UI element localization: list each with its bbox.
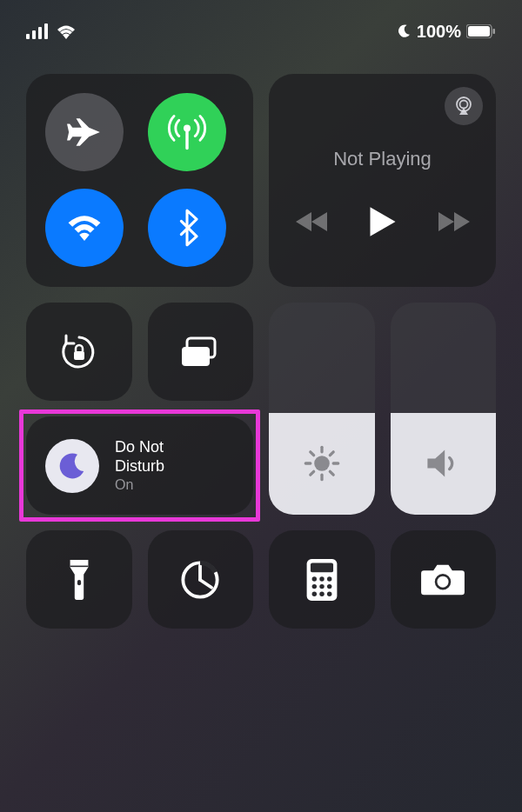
svg-line-21 [330,452,333,456]
next-track-button[interactable] [437,210,470,233]
dnd-title-line1: Do Not [115,438,164,457]
svg-point-28 [319,576,324,581]
volume-icon [424,447,462,480]
svg-rect-10 [74,351,84,360]
battery-icon [466,24,496,38]
status-right: 100% [396,22,496,42]
dnd-status: On [115,477,164,493]
battery-percentage: 100% [417,22,461,42]
brightness-slider[interactable] [269,303,375,515]
wifi-toggle[interactable] [45,189,124,267]
connectivity-module[interactable] [26,74,253,287]
airplane-icon [66,114,103,150]
svg-line-19 [330,472,333,476]
svg-rect-3 [44,23,48,39]
svg-rect-12 [182,347,210,366]
airplane-mode-toggle[interactable] [45,93,124,171]
timer-icon [179,559,221,601]
camera-button[interactable] [391,530,497,629]
timer-button[interactable] [148,530,254,629]
dnd-icon-circle [45,439,99,493]
rotation-lock-icon [57,330,101,374]
svg-rect-26 [311,562,333,572]
svg-point-37 [438,576,449,587]
moon-icon [57,450,88,482]
status-left [26,23,77,39]
svg-line-18 [311,452,314,456]
svg-rect-22 [77,580,81,585]
moon-status-icon [396,23,412,39]
svg-point-32 [327,583,331,588]
wifi-toggle-icon [64,212,104,243]
svg-rect-1 [32,30,36,39]
rotation-lock-toggle[interactable] [26,303,132,401]
screen-mirror-icon [178,335,222,369]
svg-point-9 [460,101,468,109]
screen-mirroring-button[interactable] [148,303,254,401]
media-status: Not Playing [286,148,478,170]
wifi-icon [56,23,77,39]
media-module[interactable]: Not Playing [269,74,496,287]
volume-slider[interactable] [391,303,497,515]
antenna-icon [167,112,207,152]
cellular-signal-icon [26,23,49,39]
bluetooth-icon [175,209,199,247]
do-not-disturb-toggle[interactable]: Do Not Disturb On [26,416,253,515]
svg-line-20 [311,472,314,476]
svg-point-29 [327,576,331,581]
airplay-icon [453,96,474,116]
airplay-button[interactable] [445,87,483,125]
svg-point-33 [311,591,316,596]
camera-icon [420,562,465,597]
flashlight-button[interactable] [26,530,132,629]
svg-rect-6 [493,29,496,34]
svg-point-35 [327,591,331,596]
svg-point-30 [311,583,316,588]
flashlight-icon [67,558,91,602]
cellular-data-toggle[interactable] [148,93,226,171]
media-controls [286,205,478,238]
svg-rect-2 [38,27,42,39]
dnd-text: Do Not Disturb On [115,438,164,493]
svg-point-34 [319,591,324,596]
calculator-button[interactable] [269,530,375,629]
calculator-icon [305,558,338,602]
svg-point-27 [311,576,316,581]
svg-rect-0 [26,34,30,39]
status-bar: 100% [0,0,522,52]
play-button[interactable] [368,205,398,238]
brightness-icon [303,444,341,483]
svg-rect-5 [468,26,490,37]
svg-point-13 [314,456,330,472]
svg-point-31 [319,583,324,588]
bluetooth-toggle[interactable] [148,189,226,267]
dnd-title-line2: Disturb [115,457,164,476]
previous-track-button[interactable] [296,210,329,233]
